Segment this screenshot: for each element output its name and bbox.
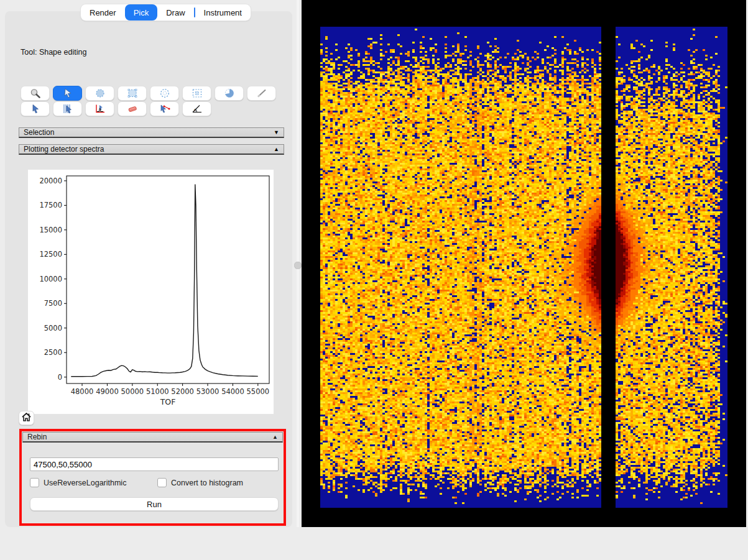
svg-text:54000: 54000 xyxy=(221,387,244,396)
instrument-view-window: Render Pick Draw Instrument Tool: Shape … xyxy=(0,0,748,560)
tab-instrument[interactable]: Instrument xyxy=(195,4,251,21)
zoom-tool-button[interactable] xyxy=(21,86,50,101)
compare-peak-icon xyxy=(159,104,171,114)
svg-text:20000: 20000 xyxy=(39,177,62,185)
sector-icon xyxy=(224,88,235,98)
detector-view[interactable] xyxy=(302,0,746,527)
ellipse-tool-button[interactable] xyxy=(85,86,114,101)
svg-text:5000: 5000 xyxy=(44,324,62,333)
rebin-section-label: Rebin xyxy=(27,433,47,441)
plotting-section-header[interactable]: Plotting detector spectra ▲ xyxy=(19,144,284,155)
svg-text:15000: 15000 xyxy=(39,226,62,234)
ring-rectangle-icon xyxy=(192,88,203,98)
pencil-line-icon xyxy=(256,88,267,98)
svg-text:17500: 17500 xyxy=(39,201,62,209)
sector-tool-button[interactable] xyxy=(215,86,244,101)
tube-select-tool-button[interactable] xyxy=(53,101,82,116)
view-tab-bar: Render Pick Draw Instrument xyxy=(81,4,251,21)
run-button[interactable]: Run xyxy=(30,497,279,511)
svg-text:52000: 52000 xyxy=(171,387,194,396)
magnifier-icon xyxy=(29,88,42,98)
plotting-section-label: Plotting detector spectra xyxy=(24,145,104,154)
svg-text:12500: 12500 xyxy=(39,250,62,259)
tool-status-label: Tool: Shape editing xyxy=(21,48,86,57)
edit-shape-tool-button[interactable] xyxy=(53,86,82,101)
align-peak-tool-button[interactable]: θ xyxy=(182,101,211,116)
svg-text:53000: 53000 xyxy=(196,387,219,396)
collapse-triangle-icon: ▼ xyxy=(274,129,279,135)
svg-text:49000: 49000 xyxy=(96,387,119,396)
svg-text:48000: 48000 xyxy=(71,387,94,396)
erase-peak-tool-button[interactable] xyxy=(118,101,147,116)
svg-text:0: 0 xyxy=(58,373,62,382)
svg-text:55000: 55000 xyxy=(247,387,270,396)
tube-stripes-icon xyxy=(62,104,74,114)
free-draw-tool-button[interactable] xyxy=(247,86,276,101)
ellipse-icon xyxy=(95,88,106,98)
selection-section-header[interactable]: Selection ▼ xyxy=(19,127,284,138)
tab-draw[interactable]: Draw xyxy=(157,4,193,21)
ring-rectangle-tool-button[interactable] xyxy=(182,86,211,101)
convert-to-histogram-label[interactable]: Convert to histogram xyxy=(171,479,243,487)
rebin-params-input[interactable] xyxy=(30,457,279,471)
svg-text:10000: 10000 xyxy=(39,275,62,283)
rebin-annotation-box: Rebin ▲ UseReverseLogarithmic Convert to… xyxy=(19,429,286,526)
time-of-flight-bar: Time-of-flight Reset xyxy=(0,527,748,560)
selection-section-label: Selection xyxy=(24,128,54,137)
svg-text:θ: θ xyxy=(194,108,196,112)
rectangle-tool-button[interactable] xyxy=(118,86,147,101)
svg-text:2500: 2500 xyxy=(44,348,62,357)
edit-cursor-icon xyxy=(62,88,73,98)
compare-peak-tool-button[interactable] xyxy=(150,101,179,116)
svg-text:TOF: TOF xyxy=(160,397,176,406)
angle-theta-icon: θ xyxy=(191,104,203,114)
spectrum-plot-canvas: 0250050007500100001250015000175002000048… xyxy=(28,170,274,414)
arrow-cursor-icon xyxy=(30,104,41,114)
spectrum-plot[interactable]: 0250050007500100001250015000175002000048… xyxy=(28,170,274,414)
ring-ellipse-tool-button[interactable] xyxy=(150,86,179,101)
use-reverse-logarithmic-row: UseReverseLogarithmic xyxy=(30,478,126,487)
splitter-handle[interactable] xyxy=(294,262,302,269)
tab-render[interactable]: Render xyxy=(81,4,125,21)
ring-ellipse-icon xyxy=(159,88,170,98)
rebin-triangle-icon: ▲ xyxy=(272,434,278,440)
expand-triangle-icon: ▲ xyxy=(274,146,279,152)
shape-toolbar-row-1 xyxy=(21,86,276,101)
eraser-icon xyxy=(126,104,139,114)
rectangle-icon xyxy=(127,88,138,98)
peak-select-tool-button[interactable] xyxy=(85,101,114,116)
svg-text:7500: 7500 xyxy=(44,299,62,308)
pick-toolbar-row-2: θ xyxy=(21,101,211,116)
use-reverse-logarithmic-checkbox[interactable] xyxy=(30,478,39,487)
tab-pick[interactable]: Pick xyxy=(125,4,158,21)
plot-home-button[interactable] xyxy=(19,411,34,425)
peak-plot-icon xyxy=(94,104,106,114)
convert-to-histogram-checkbox[interactable] xyxy=(157,478,167,487)
rebin-section-header[interactable]: Rebin ▲ xyxy=(22,432,283,443)
home-icon xyxy=(22,413,31,423)
use-reverse-logarithmic-label[interactable]: UseReverseLogarithmic xyxy=(44,479,126,487)
svg-text:51000: 51000 xyxy=(146,387,169,396)
convert-to-histogram-row: Convert to histogram xyxy=(157,478,243,487)
svg-text:50000: 50000 xyxy=(121,387,144,396)
single-detector-tool-button[interactable] xyxy=(21,101,50,116)
